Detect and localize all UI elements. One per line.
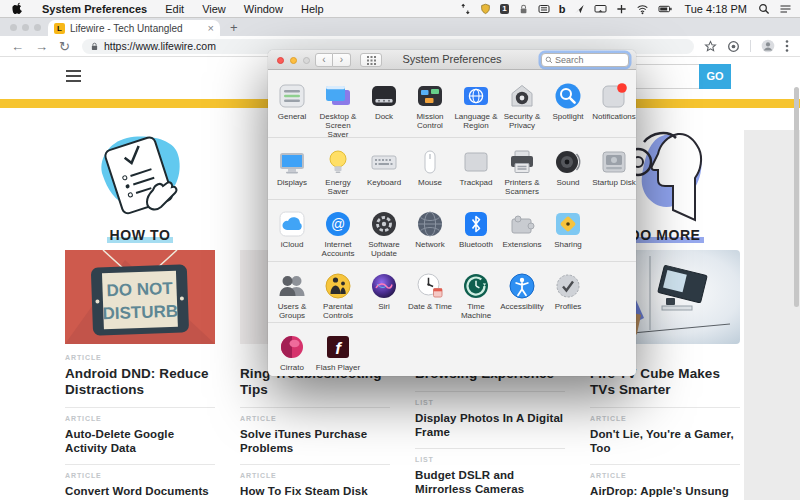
- article-entry[interactable]: ARTICLESolve iTunes Purchase Problems: [240, 407, 390, 464]
- pref-keyboard[interactable]: Keyboard: [361, 148, 407, 199]
- pref-parental-controls[interactable]: Parental Controls: [315, 272, 361, 322]
- system-preferences-titlebar[interactable]: ‹ › System Preferences: [268, 50, 636, 70]
- article-title[interactable]: AirDrop: Apple's Unsung Hero: [590, 484, 740, 500]
- menu-item-window[interactable]: Window: [235, 3, 292, 15]
- site-search-go-button[interactable]: GO: [699, 64, 731, 89]
- pref-icloud[interactable]: iCloud: [269, 210, 315, 261]
- pref-users-groups[interactable]: Users & Groups: [269, 272, 315, 322]
- shield-icon[interactable]: [480, 3, 491, 15]
- pref-printers[interactable]: Printers & Scanners: [499, 148, 545, 199]
- plus-app-icon[interactable]: [616, 3, 627, 15]
- svg-text:DO NOT: DO NOT: [106, 279, 173, 300]
- article-title[interactable]: Convert Word Documents To PDF: [65, 484, 215, 500]
- article-title[interactable]: Android DND: Reduce Distractions: [65, 366, 215, 398]
- input-source-badge[interactable]: 1: [500, 4, 508, 14]
- window-close-button[interactable]: [10, 24, 17, 31]
- updown-arrows-icon[interactable]: [460, 3, 471, 15]
- article-entry[interactable]: ARTICLEHow To Fix Steam Disk Write Error…: [240, 464, 390, 500]
- pref-notifications[interactable]: Notifications: [591, 82, 637, 139]
- back-button[interactable]: ←: [11, 39, 24, 54]
- pref-general[interactable]: General: [269, 82, 315, 139]
- section-banner-label: DO MORE: [626, 227, 703, 243]
- pref-cirrato[interactable]: Cirrato: [269, 333, 315, 376]
- pref-network[interactable]: Network: [407, 210, 453, 261]
- pref-date-time[interactable]: Date & Time: [407, 272, 453, 322]
- window-minimize-button[interactable]: [22, 24, 29, 31]
- pref-startup-disk[interactable]: Startup Disk: [591, 148, 637, 199]
- pref-energy-saver[interactable]: Energy Saver: [315, 148, 361, 199]
- pref-desktop[interactable]: Desktop & Screen Saver: [315, 82, 361, 139]
- article-title[interactable]: How To Fix Steam Disk Write Errors: [240, 484, 390, 500]
- pref-spotlight[interactable]: Spotlight: [545, 82, 591, 139]
- battery-icon[interactable]: [658, 3, 673, 15]
- do-not-disturb-image: DO NOTDISTURB: [65, 250, 215, 344]
- pref-profiles[interactable]: Profiles: [545, 272, 591, 322]
- pref-sound[interactable]: Sound: [545, 148, 591, 199]
- article-entry[interactable]: ARTICLEAirDrop: Apple's Unsung Hero: [590, 464, 740, 500]
- menu-item-edit[interactable]: Edit: [156, 3, 193, 15]
- pref-security[interactable]: Security & Privacy: [499, 82, 545, 139]
- reload-button[interactable]: ↻: [59, 39, 70, 54]
- article-entry[interactable]: ARTICLEAuto-Delete Google Activity Data: [65, 407, 215, 464]
- pref-language[interactable]: Language & Region: [453, 82, 499, 139]
- pref-mission-control[interactable]: Mission Control: [407, 82, 453, 139]
- pref-siri[interactable]: Siri: [361, 272, 407, 322]
- do-not-disturb-image[interactable]: DO NOTDISTURB: [65, 250, 215, 344]
- profile-avatar-icon[interactable]: [761, 39, 775, 53]
- menu-bar-clock[interactable]: Tue 4:18 PM: [684, 3, 747, 15]
- prefs-search-input[interactable]: [555, 55, 625, 65]
- browser-tab[interactable]: L Lifewire - Tech Untangled ×: [48, 20, 220, 36]
- pref-dock[interactable]: Dock: [361, 82, 407, 139]
- pref-extensions[interactable]: Extensions: [499, 210, 545, 261]
- lock-icon[interactable]: [518, 3, 529, 15]
- wifi-icon[interactable]: [636, 3, 649, 15]
- apple-menu-icon[interactable]: [12, 2, 23, 15]
- tab-close-icon[interactable]: ×: [208, 22, 214, 34]
- notification-center-icon[interactable]: [779, 3, 792, 15]
- article-title[interactable]: Auto-Delete Google Activity Data: [65, 427, 215, 455]
- article-entry[interactable]: ARTICLEDon't Lie, You're a Gamer, Too: [590, 407, 740, 464]
- keyboard-app-icon[interactable]: [538, 3, 550, 15]
- article-kind-label: ARTICLE: [240, 472, 390, 481]
- prefs-search-field[interactable]: [541, 53, 629, 67]
- pref-trackpad[interactable]: Trackpad: [453, 148, 499, 199]
- new-tab-button[interactable]: +: [230, 20, 238, 35]
- article-title[interactable]: Budget DSLR and Mirrorless Cameras: [415, 468, 565, 496]
- pref-software-update[interactable]: Software Update: [361, 210, 407, 261]
- pref-bluetooth[interactable]: Bluetooth: [453, 210, 499, 261]
- article-entry[interactable]: ARTICLEConvert Word Documents To PDF: [65, 464, 215, 500]
- pref-mouse[interactable]: Mouse: [407, 148, 453, 199]
- menu-item-view[interactable]: View: [193, 3, 235, 15]
- display-mirroring-icon[interactable]: [594, 3, 607, 15]
- section-banner[interactable]: HOW TO: [65, 226, 215, 248]
- article-entry[interactable]: ARTICLEAndroid DND: Reduce Distractions: [65, 352, 215, 407]
- bookmark-star-icon[interactable]: [704, 40, 717, 53]
- menu-item-help[interactable]: Help: [292, 3, 333, 15]
- printers-icon: [508, 148, 536, 176]
- article-entry[interactable]: LISTBudget DSLR and Mirrorless Cameras: [415, 448, 565, 500]
- page-scrollbar[interactable]: [794, 87, 799, 307]
- pref-accessibility[interactable]: Accessibility: [499, 272, 545, 322]
- pref-flash-player[interactable]: fFlash Player: [315, 333, 361, 376]
- article-list: ARTICLEAndroid DND: Reduce DistractionsA…: [65, 344, 215, 500]
- pref-internet-accounts[interactable]: @Internet Accounts: [315, 210, 361, 261]
- pref-time-machine[interactable]: Time Machine: [453, 272, 499, 322]
- article-entry[interactable]: LISTDisplay Photos In A Digital Frame: [415, 391, 565, 448]
- cursor-app-icon[interactable]: [574, 3, 585, 15]
- spotlight-menu-icon[interactable]: [758, 3, 770, 15]
- pref-sharing[interactable]: Sharing: [545, 210, 591, 261]
- desktop: System Preferences Edit View Window Help…: [0, 0, 800, 500]
- pref-displays[interactable]: Displays: [269, 148, 315, 199]
- menu-item-app[interactable]: System Preferences: [33, 3, 156, 15]
- window-zoom-button[interactable]: [34, 24, 41, 31]
- b-app-icon[interactable]: b: [559, 3, 566, 15]
- article-title[interactable]: Display Photos In A Digital Frame: [415, 411, 565, 439]
- pref-label: iCloud: [269, 240, 315, 249]
- hamburger-menu-icon[interactable]: [66, 70, 81, 85]
- article-title[interactable]: Solve iTunes Purchase Problems: [240, 427, 390, 455]
- forward-button[interactable]: →: [35, 39, 48, 54]
- article-title[interactable]: Don't Lie, You're a Gamer, Too: [590, 427, 740, 455]
- kebab-menu-icon[interactable]: [785, 39, 789, 53]
- checklist-illustration: [75, 128, 205, 226]
- extension-circle-icon[interactable]: [727, 40, 740, 53]
